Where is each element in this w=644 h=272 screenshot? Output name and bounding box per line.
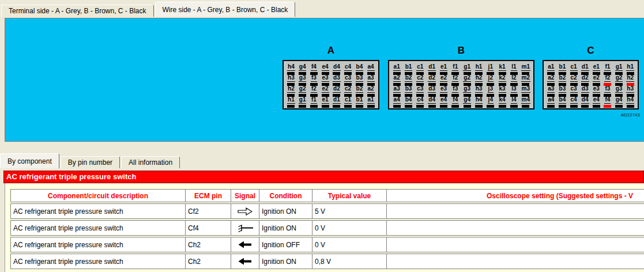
- pin-a-e4: e4: [319, 64, 331, 75]
- pin-terminal-box: [570, 105, 578, 108]
- pin-label: b1: [559, 64, 567, 71]
- pin-label: c1: [570, 64, 578, 71]
- pin-b-b3: b3: [402, 86, 414, 97]
- pin-label: f2: [311, 86, 317, 93]
- pin-label: k3: [499, 86, 506, 93]
- pin-label: h2: [287, 86, 295, 93]
- pin-label: c2: [416, 75, 424, 82]
- pin-b-k3: k3: [496, 86, 508, 97]
- pin-c-d1: d1: [579, 64, 591, 75]
- pin-label: d4: [581, 97, 589, 104]
- connector-a: Ah4g4f4e4d4c4b4a4h3g3f3e3d3c3b3a3h2g2f2e…: [283, 45, 379, 109]
- tab-terminal-side-a-grey-b-brown-c-black[interactable]: Terminal side - A - Grey, B - Brown, C -…: [1, 5, 154, 17]
- pin-label: g1: [615, 64, 623, 71]
- pin-label: h4: [475, 97, 483, 104]
- tab-all-information[interactable]: All information: [121, 156, 180, 168]
- cell-condition: Ignition ON: [259, 221, 312, 235]
- pin-c-h3: h3: [624, 86, 636, 97]
- pin-b-m4: m4: [520, 97, 532, 108]
- pin-c-b2: b2: [557, 75, 568, 86]
- pin-b-c3: c3: [415, 86, 426, 97]
- pin-c-c3: c3: [568, 86, 579, 97]
- pin-b-a2: a2: [391, 75, 402, 86]
- pin-label: f4: [604, 97, 611, 104]
- connector-view-tabbar: Terminal side - A - Grey, B - Brown, C -…: [1, 0, 296, 17]
- pin-b-j4: j4: [485, 97, 496, 108]
- pin-c-c2: c2: [568, 75, 579, 86]
- table-row[interactable]: AC refrigerant triple pressure switchCf2…: [10, 203, 644, 219]
- pin-c-b3: b3: [557, 86, 568, 97]
- pin-terminal-box: [428, 105, 436, 108]
- pin-label: f3: [311, 75, 317, 82]
- pin-terminal-box: [356, 105, 363, 108]
- pin-a-c3: c3: [342, 75, 354, 86]
- pin-label: h2: [475, 75, 483, 82]
- pin-b-f3: f3: [450, 86, 461, 97]
- tab-by-component[interactable]: By component: [0, 153, 59, 168]
- pin-a-c1: c1: [342, 97, 354, 108]
- signal-table: Component/circuit descriptionECM pinSign…: [10, 189, 644, 270]
- pin-b-g2: g2: [461, 75, 473, 86]
- pin-b-c2: c2: [415, 75, 426, 86]
- pin-terminal-box: [475, 105, 483, 108]
- pin-row: a2b2c2d2e2f2g2h2: [545, 75, 636, 86]
- pin-c-g4: g4: [613, 97, 625, 108]
- cell-typical-value: 0 V: [312, 221, 387, 235]
- pin-a-h4: h4: [285, 64, 297, 75]
- tab-by-pin-number[interactable]: By pin number: [61, 156, 120, 168]
- connector-diagram-panel: AD22743 Ah4g4f4e4d4c4b4a4h3g3f3e3d3c3b3a…: [5, 18, 644, 142]
- pin-label: f4: [452, 97, 458, 104]
- pin-a-b1: b1: [354, 97, 366, 108]
- pin-terminal-box: [627, 105, 634, 108]
- pin-label: g4: [463, 97, 471, 104]
- pin-a-a3: a3: [365, 75, 376, 86]
- tab-wire-side-a-grey-b-brown-c-black[interactable]: Wire side - A - Grey, B - Brown, C - Bla…: [155, 2, 296, 17]
- pin-label: h1: [475, 64, 483, 71]
- table-row[interactable]: AC refrigerant triple pressure switchCh2…: [10, 254, 644, 269]
- header-typical-value: Typical value: [312, 190, 387, 202]
- pin-label: e3: [322, 75, 329, 82]
- pin-label: b2: [356, 86, 364, 93]
- pin-c-f3: f3: [602, 86, 613, 97]
- pin-b-l2: l2: [508, 75, 519, 86]
- pin-label: a2: [393, 75, 401, 82]
- header-signal: Signal: [231, 190, 259, 202]
- pin-label: h4: [287, 64, 295, 71]
- pin-c-g2: g2: [613, 75, 625, 86]
- pin-a-a1: a1: [365, 97, 376, 108]
- pin-a-g3: g3: [297, 75, 308, 86]
- table-row[interactable]: AC refrigerant triple pressure switchCf4…: [10, 220, 644, 236]
- pin-b-a4: a4: [391, 97, 402, 108]
- pin-label: a3: [547, 86, 555, 93]
- cell-ecm-pin: Cf2: [186, 204, 231, 218]
- pin-b-l3: l3: [508, 86, 519, 97]
- pin-b-k1: k1: [496, 64, 508, 75]
- pin-b-b2: b2: [402, 75, 414, 86]
- pin-b-l1: l1: [508, 64, 519, 75]
- pin-row: a4b4c4d4e4f4g4h4: [545, 97, 636, 108]
- pin-row: h4g4f4e4d4c4b4a4: [285, 64, 376, 75]
- figure-id: AD22743: [621, 112, 640, 118]
- pin-label: c4: [344, 64, 352, 71]
- selected-component-banner[interactable]: AC refrigerant triple pressure switch: [3, 171, 644, 183]
- pin-b-l4: l4: [508, 97, 519, 108]
- pin-label: f2: [604, 75, 611, 82]
- pin-b-m3: m3: [520, 86, 532, 97]
- pin-label: e3: [593, 86, 600, 93]
- pin-a-g1: g1: [297, 97, 308, 108]
- pin-label: a2: [547, 75, 555, 82]
- connector-b-box: a1b1c1d1e1f1g1h1j1k1l1m1a2b2c2d2e2f2g2h2…: [388, 60, 534, 109]
- pin-label: d3: [333, 75, 341, 82]
- pin-label: l1: [511, 64, 517, 71]
- connector-c-box: a1b1c1d1e1f1g1h1a2b2c2d2e2f2g2h2a3b3c3d3…: [543, 60, 639, 109]
- table-header-row: Component/circuit descriptionECM pinSign…: [10, 189, 644, 202]
- pin-label: g4: [299, 64, 307, 71]
- pin-label: h1: [626, 64, 634, 71]
- ground-icon: [236, 223, 254, 233]
- pin-label: l4: [511, 97, 517, 104]
- pin-a-h1: h1: [285, 97, 297, 108]
- pin-label: m4: [521, 97, 530, 104]
- cell-condition: Ignition OFF: [259, 237, 312, 252]
- table-row[interactable]: AC refrigerant triple pressure switchCh2…: [10, 237, 644, 252]
- connector-b-title: B: [388, 45, 534, 56]
